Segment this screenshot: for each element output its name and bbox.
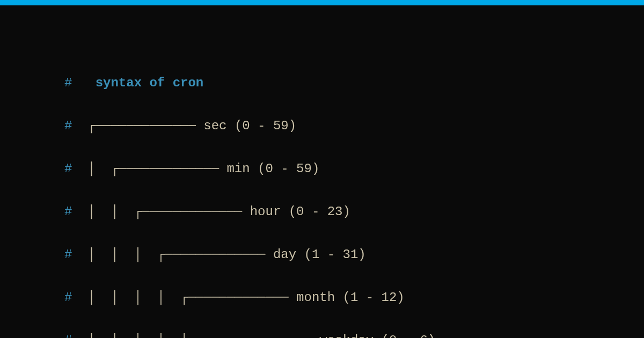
hash-symbol: # — [64, 76, 72, 90]
field-row-weekday: # │ │ │ │ │ ┌───────────── weekday (0 - … — [64, 330, 644, 338]
field-row-hour: # │ │ ┌───────────── hour (0 - 23) — [64, 201, 644, 223]
hash-symbol: # — [64, 247, 72, 262]
field-label-weekday: weekday (0 - 6) — [319, 333, 435, 338]
field-label-min: min (0 - 59) — [226, 161, 319, 176]
connector-line: │ │ ┌───────────── — [87, 204, 250, 219]
hash-symbol: # — [64, 119, 72, 133]
hash-symbol: # — [64, 290, 72, 305]
field-label-month: month (1 - 12) — [296, 290, 405, 305]
title-row: # syntax of cron — [64, 72, 644, 94]
connector-line: │ ┌───────────── — [87, 161, 226, 176]
field-label-sec: sec (0 - 59) — [203, 119, 296, 133]
field-label-hour: hour (0 - 23) — [250, 204, 350, 219]
connector-line: ┌───────────── — [87, 119, 203, 133]
hash-symbol: # — [64, 204, 72, 219]
connector-line: │ │ │ │ ┌───────────── — [87, 290, 296, 305]
field-row-sec: # ┌───────────── sec (0 - 59) — [64, 115, 644, 137]
field-row-min: # │ ┌───────────── min (0 - 59) — [64, 158, 644, 180]
field-row-day: # │ │ │ ┌───────────── day (1 - 31) — [64, 244, 644, 266]
diagram-title: syntax of cron — [96, 76, 204, 90]
field-row-month: # │ │ │ │ ┌───────────── month (1 - 12) — [64, 287, 644, 308]
cron-syntax-diagram: # syntax of cron # ┌───────────── sec (0… — [0, 5, 644, 338]
connector-line: │ │ │ ┌───────────── — [87, 247, 273, 262]
top-accent-bar — [0, 0, 644, 5]
hash-symbol: # — [64, 161, 72, 176]
connector-line: │ │ │ │ │ ┌───────────── — [87, 333, 319, 338]
hash-symbol: # — [64, 333, 72, 338]
field-label-day: day (1 - 31) — [273, 247, 366, 262]
